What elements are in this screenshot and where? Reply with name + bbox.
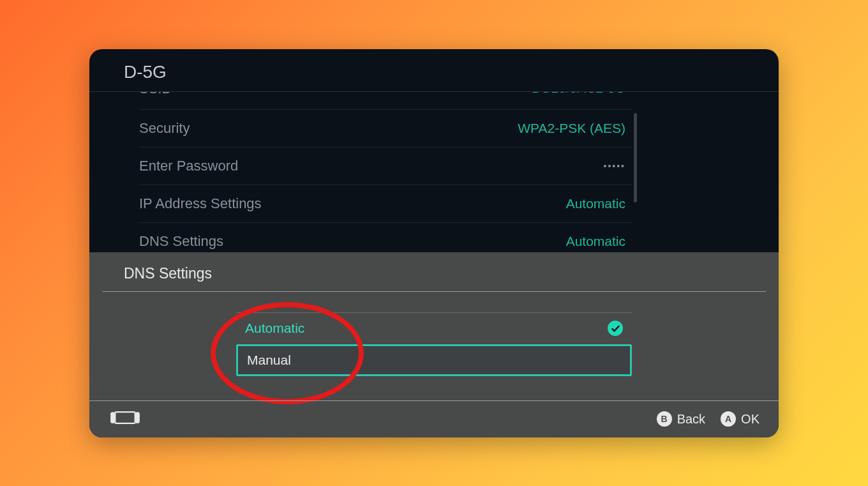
svg-rect-0 <box>115 412 135 423</box>
dns-value: Automatic <box>566 234 625 249</box>
a-button-icon: A <box>721 411 736 427</box>
option-manual-label: Manual <box>247 353 291 368</box>
ip-label: IP Address Settings <box>139 195 262 212</box>
ssid-value: BG10/0AC2-5G <box>532 92 625 96</box>
password-value: ••••• <box>603 161 625 171</box>
footer-bar: B Back A OK <box>89 400 779 437</box>
controller-icon <box>108 409 142 429</box>
option-manual[interactable]: Manual <box>236 344 632 376</box>
back-label: Back <box>677 412 705 427</box>
b-button-icon: B <box>657 411 672 427</box>
ok-label: OK <box>741 412 760 427</box>
security-value: WPA2-PSK (AES) <box>518 121 625 136</box>
row-security[interactable]: Security WPA2-PSK (AES) <box>139 110 632 148</box>
scrollbar[interactable] <box>634 113 637 202</box>
row-password[interactable]: Enter Password ••••• <box>139 148 632 185</box>
ssid-label: SSID <box>139 92 172 97</box>
dns-label: DNS Settings <box>139 233 223 250</box>
ok-button[interactable]: A OK <box>721 411 760 427</box>
password-label: Enter Password <box>139 158 238 174</box>
security-label: Security <box>139 120 190 137</box>
svg-rect-2 <box>135 412 140 423</box>
check-icon <box>608 321 623 336</box>
option-automatic-label: Automatic <box>245 321 304 336</box>
row-ssid[interactable]: SSID BG10/0AC2-5G <box>139 92 632 110</box>
settings-screen: D-5G SSID BG10/0AC2-5G Security WPA2-PSK… <box>89 49 779 437</box>
modal-title: DNS Settings <box>89 252 779 291</box>
option-automatic[interactable]: Automatic <box>236 312 632 344</box>
back-button[interactable]: B Back <box>657 411 705 427</box>
dns-options-list: Automatic Manual <box>236 312 632 376</box>
ip-value: Automatic <box>566 196 625 211</box>
svg-rect-1 <box>110 412 115 423</box>
modal-divider <box>102 291 766 292</box>
dns-settings-modal: DNS Settings Automatic Manual <box>89 252 779 437</box>
network-name-title: D-5G <box>89 59 779 86</box>
row-ip-settings[interactable]: IP Address Settings Automatic <box>139 185 632 223</box>
